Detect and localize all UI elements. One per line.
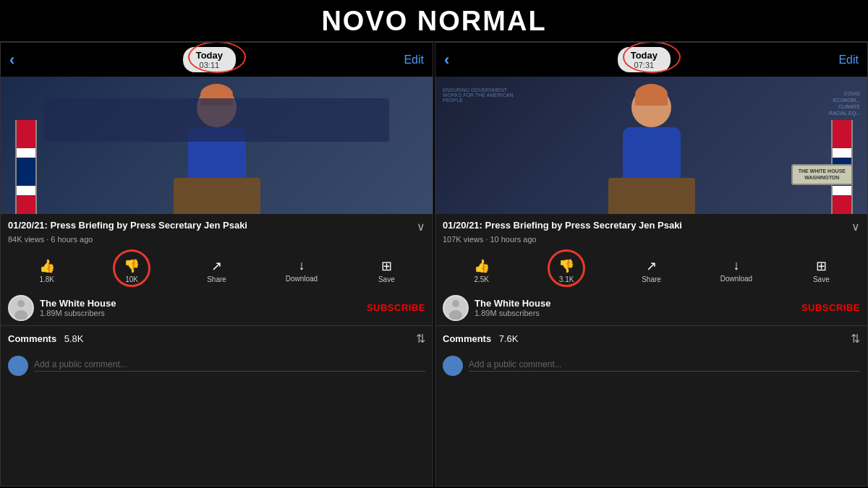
svg-point-4 bbox=[452, 300, 459, 307]
left-video-thumbnail[interactable] bbox=[1, 77, 433, 214]
right-save-label: Save bbox=[813, 275, 830, 283]
left-comments-header: Comments 5.8K ⇅ bbox=[8, 332, 425, 346]
right-whitehouse-sign: THE WHITE HOUSEWASHINGTON bbox=[791, 164, 853, 185]
title-bar: NOVO NORMAL bbox=[0, 0, 868, 42]
right-channel-name: The White House bbox=[475, 298, 801, 309]
right-person-hair bbox=[635, 84, 668, 106]
left-channel-row: The White House 1.89M subscribers SUBSCR… bbox=[1, 291, 433, 325]
right-person-head bbox=[631, 87, 671, 127]
left-share-label: Share bbox=[207, 275, 226, 283]
right-comments-sort-icon[interactable]: ⇅ bbox=[851, 332, 860, 346]
right-channel-row: The White House 1.89M subscribers SUBSCR… bbox=[435, 291, 867, 325]
left-channel-info: The White House 1.89M subscribers bbox=[40, 298, 367, 317]
right-share-button[interactable]: ↗ Share bbox=[610, 255, 693, 286]
right-like-count: 2.5K bbox=[474, 275, 489, 283]
right-save-button[interactable]: ⊞ Save bbox=[780, 255, 863, 286]
right-bg-text-2: ECONOM... bbox=[829, 98, 860, 103]
left-time: 03:11 bbox=[200, 61, 220, 69]
left-comments-label: Comments bbox=[8, 333, 56, 344]
left-video-meta: 84K views · 6 hours ago bbox=[8, 235, 425, 244]
page-title: NOVO NORMAL bbox=[0, 6, 868, 37]
left-phone-panel: ‹ Today 03:11 Edit bbox=[0, 42, 433, 487]
right-topbar: ‹ Today 07:31 Edit bbox=[435, 43, 867, 77]
left-video-info: ∨ 01/20/21: Press Briefing by Press Secr… bbox=[1, 214, 433, 252]
right-user-avatar bbox=[443, 356, 463, 376]
left-comments-title: Comments 5.8K bbox=[8, 332, 83, 345]
right-actions-row: 👍 2.5K 👎 3.1K ↗ Share ↓ Download ⊞ Save bbox=[435, 252, 867, 291]
right-bg-text-1: COVID bbox=[829, 91, 860, 96]
right-comments-header: Comments 7.6K ⇅ bbox=[443, 332, 860, 346]
right-share-icon: ↗ bbox=[646, 258, 657, 274]
right-time: 07:31 bbox=[634, 61, 655, 69]
right-background-text: COVID ECONOM... CLIMATE RACIAL EQ... bbox=[829, 91, 860, 116]
right-wh-sign-text: THE WHITE HOUSEWASHINGTON bbox=[799, 168, 846, 181]
right-download-button[interactable]: ↓ Download bbox=[694, 255, 778, 286]
right-video-meta: 107K views · 10 hours ago bbox=[443, 235, 860, 244]
right-add-comment-row: Add a public comment... bbox=[435, 351, 867, 380]
left-back-button[interactable]: ‹ bbox=[9, 51, 14, 69]
right-person-body bbox=[623, 127, 681, 178]
left-edit-button[interactable]: Edit bbox=[404, 53, 424, 67]
left-comments-count: 5.8K bbox=[64, 333, 84, 344]
left-channel-avatar[interactable] bbox=[8, 295, 34, 321]
right-today-label: Today bbox=[631, 50, 658, 61]
left-podium bbox=[174, 178, 260, 214]
right-like-button[interactable]: 👍 2.5K bbox=[440, 255, 523, 286]
left-user-avatar bbox=[8, 356, 28, 376]
right-dislike-icon: 👎 bbox=[558, 258, 574, 274]
right-download-icon: ↓ bbox=[733, 258, 739, 273]
right-channel-info: The White House 1.89M subscribers bbox=[475, 298, 801, 317]
left-comments-sort-icon[interactable]: ⇅ bbox=[416, 332, 425, 346]
left-topbar-center: Today 03:11 bbox=[183, 47, 236, 72]
right-channel-subscribers: 1.89M subscribers bbox=[475, 309, 801, 317]
left-add-comment-row: Add a public comment... bbox=[1, 351, 433, 380]
left-share-button[interactable]: ↗ Share bbox=[175, 255, 258, 286]
right-person bbox=[623, 87, 681, 178]
right-podium bbox=[608, 178, 695, 214]
left-share-icon: ↗ bbox=[211, 258, 222, 274]
right-edit-button[interactable]: Edit bbox=[838, 53, 859, 67]
left-dislike-button[interactable]: 👎 10K bbox=[90, 255, 173, 286]
left-dislike-icon: 👎 bbox=[124, 258, 140, 274]
right-like-icon: 👍 bbox=[474, 258, 490, 274]
left-save-button[interactable]: ⊞ Save bbox=[345, 255, 428, 286]
left-download-icon: ↓ bbox=[298, 258, 305, 273]
left-channel-avatar-icon bbox=[9, 296, 33, 320]
right-back-button[interactable]: ‹ bbox=[444, 51, 449, 69]
right-comments-section: Comments 7.6K ⇅ bbox=[435, 325, 867, 351]
right-comments-count: 7.6K bbox=[499, 333, 519, 344]
left-comments-section: Comments 5.8K ⇅ bbox=[1, 325, 433, 351]
right-channel-avatar-icon bbox=[444, 296, 467, 320]
main-content: ‹ Today 03:11 Edit bbox=[0, 42, 868, 487]
left-download-button[interactable]: ↓ Download bbox=[260, 255, 343, 286]
right-dislike-count: 3.1K bbox=[559, 275, 574, 283]
right-channel-avatar[interactable] bbox=[443, 295, 469, 321]
right-dislike-button[interactable]: 👎 3.1K bbox=[524, 255, 608, 286]
left-download-label: Download bbox=[286, 275, 318, 283]
right-bg-text-4: RACIAL EQ... bbox=[829, 111, 860, 116]
left-backdrop bbox=[44, 98, 389, 142]
right-comments-label: Comments bbox=[443, 333, 491, 344]
right-comments-title: Comments 7.6K bbox=[443, 332, 518, 345]
left-like-button[interactable]: 👍 1.8K bbox=[5, 255, 88, 286]
right-comment-input[interactable]: Add a public comment... bbox=[469, 359, 860, 372]
left-dislike-count: 10K bbox=[125, 275, 138, 283]
right-save-icon: ⊞ bbox=[816, 258, 827, 274]
left-channel-subscribers: 1.89M subscribers bbox=[40, 309, 367, 317]
left-subscribe-button[interactable]: SUBSCRIBE bbox=[367, 302, 425, 313]
left-channel-name: The White House bbox=[40, 298, 367, 309]
left-flag bbox=[15, 120, 37, 214]
left-topbar: ‹ Today 03:11 Edit bbox=[1, 43, 433, 77]
right-video-thumbnail[interactable]: THE WHITE HOUSEWASHINGTON COVID ECONOM..… bbox=[435, 77, 867, 214]
right-subscribe-button[interactable]: SUBSCRIBE bbox=[801, 302, 860, 313]
right-video-title: 01/20/21: Press Briefing by Press Secret… bbox=[443, 220, 860, 232]
right-bg-left-text: ENSURING GOVERNMENT WORKS FOR THE AMERIC… bbox=[443, 87, 514, 103]
right-expand-icon[interactable]: ∨ bbox=[851, 220, 860, 234]
left-like-count: 1.8K bbox=[39, 275, 54, 283]
left-expand-icon[interactable]: ∨ bbox=[417, 220, 425, 234]
right-phone-panel: ‹ Today 07:31 Edit bbox=[435, 42, 868, 487]
right-share-label: Share bbox=[642, 275, 661, 283]
right-download-label: Download bbox=[720, 275, 752, 283]
left-comment-input[interactable]: Add a public comment... bbox=[34, 359, 425, 372]
right-briefing-background: THE WHITE HOUSEWASHINGTON COVID ECONOM..… bbox=[435, 77, 867, 214]
